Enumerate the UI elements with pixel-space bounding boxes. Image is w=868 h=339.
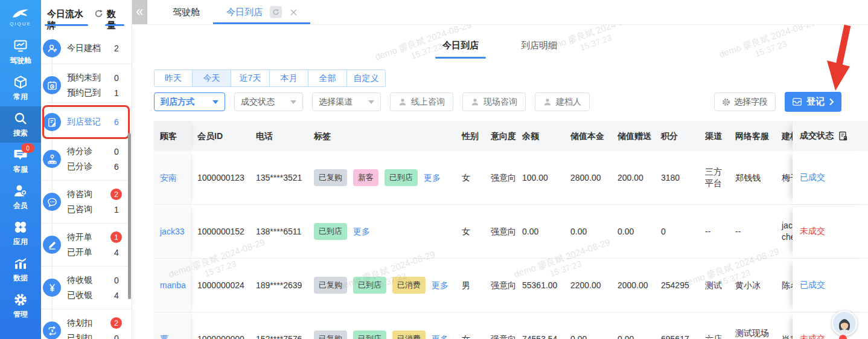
tab-refresh-icon[interactable] bbox=[270, 6, 282, 18]
member-icon bbox=[13, 183, 28, 199]
sidebar-item-cockpit[interactable]: 驾驶舱 bbox=[0, 34, 41, 70]
table-row[interactable]: jack33 1000000152 138****6511 已到店 更多 女 强… bbox=[154, 205, 868, 259]
flow-item-today-created[interactable]: 今日建档 2 bbox=[61, 41, 132, 56]
sidebar-item-apps[interactable]: 应用 bbox=[0, 215, 41, 251]
user-add-icon bbox=[43, 39, 61, 57]
flow-group-triage: 待分诊 0 已分诊 6 bbox=[41, 138, 132, 181]
dashboard-icon bbox=[13, 38, 28, 54]
customer-name-link[interactable]: manba bbox=[154, 259, 191, 312]
filter-onsite-consultant[interactable]: 现场咨询 bbox=[462, 92, 526, 111]
cell-gender: 女 bbox=[456, 312, 485, 339]
flow-item-deduct-done[interactable]: 已划扣 0 bbox=[61, 331, 132, 339]
cell-online-cs: 黄小冰 bbox=[729, 259, 776, 312]
col-phone[interactable]: 电话 bbox=[250, 121, 308, 151]
collapse-button[interactable] bbox=[132, 0, 147, 24]
more-tags-link[interactable]: 更多 bbox=[424, 172, 441, 184]
col-balance[interactable]: 余额 bbox=[516, 121, 564, 151]
flow-item-consult-pending[interactable]: 待咨询 2 bbox=[61, 187, 132, 202]
gear-icon bbox=[13, 292, 28, 308]
sidebar-item-admin[interactable]: 管理 bbox=[0, 288, 41, 324]
sidebar-item-service[interactable]: 0 客服 bbox=[0, 143, 41, 179]
col-stored-gift[interactable]: 储值赠送 bbox=[611, 121, 655, 151]
sidebar-item-search[interactable]: 搜索 bbox=[0, 106, 41, 143]
app-sidebar: QIQUE 驾驶舱 常用 搜索 0 客服 会员 应用 bbox=[0, 0, 41, 339]
column-lock-icon[interactable] bbox=[838, 131, 848, 141]
tab-today-store[interactable]: 今日到店 bbox=[439, 37, 482, 59]
filter-today[interactable]: 今天 bbox=[193, 69, 231, 87]
col-member-id[interactable]: 会员ID bbox=[191, 121, 250, 151]
service-avatar[interactable] bbox=[832, 311, 857, 336]
customer-name-link[interactable]: 安南 bbox=[154, 151, 191, 204]
more-tags-link[interactable]: 更多 bbox=[353, 226, 370, 237]
filter-online-consultant[interactable]: 线上咨询 bbox=[390, 92, 453, 111]
person-avatar-icon bbox=[835, 318, 854, 335]
flow-item-appt-notarrived[interactable]: 预约未到 0 bbox=[61, 70, 132, 85]
main-content: demo 廖良斌 2024-08-2915:37:23 demo 廖良斌 202… bbox=[132, 24, 868, 339]
filter-creator[interactable]: 建档人 bbox=[535, 92, 590, 111]
cell-phone: 152****7576 bbox=[250, 312, 308, 339]
col-customer[interactable]: 顾客 bbox=[154, 121, 191, 151]
cell-stored-principal: 2800.00 bbox=[564, 151, 611, 204]
table-header: 顾客 会员ID 电话 标签 性别 意向度 余额 储值本金 储值赠送 积分 渠道 … bbox=[154, 121, 868, 151]
cell-member-id: 1000000000 bbox=[191, 312, 250, 339]
table-row[interactable]: manba 1000000024 189****2639 已复购 已到店 已消费… bbox=[154, 259, 868, 312]
sidebar-item-data[interactable]: 数据 bbox=[0, 251, 41, 288]
qique-logo-icon bbox=[11, 7, 30, 21]
flow-item-deduct-pending[interactable]: 待划扣 2 bbox=[61, 315, 132, 331]
refresh-icon[interactable] bbox=[94, 9, 103, 21]
arrivals-table: 顾客 会员ID 电话 标签 性别 意向度 余额 储值本金 储值赠送 积分 渠道 … bbox=[154, 121, 868, 339]
sidebar-item-member[interactable]: 会员 bbox=[0, 179, 41, 215]
cell-intent: 强意向 bbox=[485, 151, 516, 204]
tab-close-icon[interactable] bbox=[290, 9, 297, 16]
flow-item-triage-pending[interactable]: 待分诊 0 bbox=[61, 144, 132, 159]
flow-item-triage-done[interactable]: 已分诊 6 bbox=[61, 159, 132, 174]
select-arrival-mode[interactable]: 到店方式 bbox=[154, 92, 225, 111]
col-stored-principal[interactable]: 储值本金 bbox=[564, 121, 611, 151]
table-row[interactable]: 安南 1000000123 135****3521 已复购 新客 已到店 更多 … bbox=[154, 151, 868, 205]
filter-this-month[interactable]: 本月 bbox=[270, 69, 308, 87]
tab-cockpit[interactable]: 驾驶舱 bbox=[159, 0, 213, 24]
apps-icon bbox=[13, 219, 28, 235]
col-channel[interactable]: 渠道 bbox=[699, 121, 729, 151]
flow-item-cashier-done[interactable]: 已收银 4 bbox=[61, 288, 132, 303]
col-tags[interactable]: 标签 bbox=[308, 121, 456, 151]
filter-custom[interactable]: 自定义 bbox=[347, 69, 386, 87]
tab-store-detail[interactable]: 到店明细 bbox=[517, 37, 561, 59]
flow-item-consult-done[interactable]: 已咨询 1 bbox=[61, 202, 132, 217]
flow-item-cashier-pending[interactable]: 待收银 0 bbox=[61, 273, 132, 288]
col-deal-status[interactable]: 成交状态 bbox=[793, 121, 868, 151]
flow-item-order-pending[interactable]: 待开单 1 bbox=[61, 230, 132, 245]
filter-all[interactable]: 全部 bbox=[308, 69, 347, 87]
customer-name-link[interactable]: jack33 bbox=[154, 205, 191, 258]
cell-balance: 74553.54 bbox=[516, 312, 564, 339]
more-tags-link[interactable]: 更多 bbox=[432, 334, 448, 339]
select-channel[interactable]: 选择渠道 bbox=[312, 92, 381, 111]
tag-chip: 已复购 bbox=[314, 331, 347, 339]
table-row[interactable]: 覃 1000000000 152****7576 已复购 已到店 已消费 更多 … bbox=[154, 312, 868, 339]
scrollbar-thumb[interactable] bbox=[128, 133, 131, 299]
filter-yesterday[interactable]: 昨天 bbox=[154, 69, 193, 87]
select-deal-status[interactable]: 成交状态 bbox=[234, 92, 303, 111]
app-logo[interactable]: QIQUE bbox=[0, 0, 41, 34]
tag-chip: 已消费 bbox=[392, 277, 426, 294]
customer-name-link[interactable]: 覃 bbox=[154, 312, 191, 339]
flow-item-order-done[interactable]: 已开单 4 bbox=[61, 245, 132, 260]
col-online-cs[interactable]: 网络客服 bbox=[729, 121, 776, 151]
tab-today-arrival[interactable]: 今日到店 bbox=[213, 0, 310, 24]
cell-points: 0 bbox=[655, 205, 699, 258]
more-tags-link[interactable]: 更多 bbox=[432, 280, 448, 291]
flow-item-appt-arrived[interactable]: 预约已到 1 bbox=[61, 85, 132, 100]
col-intent[interactable]: 意向度 bbox=[485, 121, 516, 151]
flow-item-store-register[interactable]: 到店登记 6 bbox=[61, 115, 132, 130]
col-points[interactable]: 积分 bbox=[655, 121, 699, 151]
red-count-badge: 2 bbox=[110, 189, 122, 200]
col-gender[interactable]: 性别 bbox=[456, 121, 485, 151]
cell-stored-principal: 0.00 bbox=[564, 205, 611, 258]
select-fields-button[interactable]: 选择字段 bbox=[714, 92, 776, 111]
filter-last7days[interactable]: 近7天 bbox=[231, 69, 270, 87]
sidebar-item-common[interactable]: 常用 bbox=[0, 70, 41, 106]
register-button[interactable]: 登记 bbox=[785, 92, 841, 112]
search-icon bbox=[13, 111, 28, 126]
cell-online-cs: 测试现场咨询 bbox=[729, 312, 776, 339]
flow-list: 今日建档 2 预约未到 0 预约已到 1 bbox=[41, 33, 132, 339]
